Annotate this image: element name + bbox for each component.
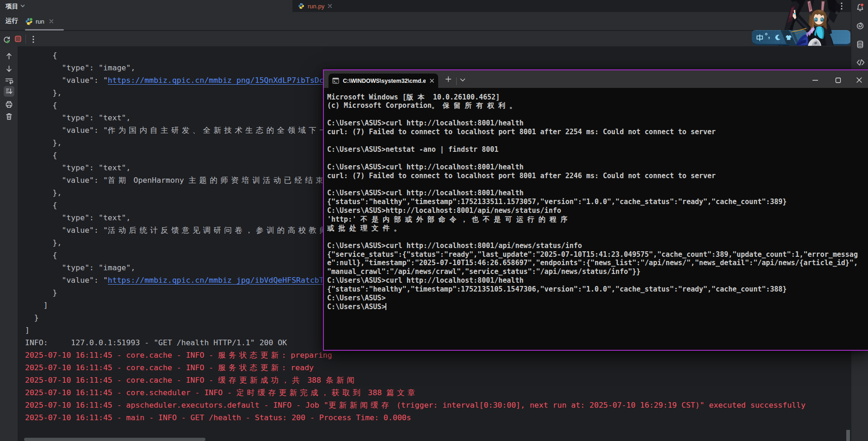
ime-punctuation-indicator[interactable]: °, <box>765 31 770 39</box>
run-tab-label: run <box>36 18 44 25</box>
stop-button[interactable] <box>15 36 21 42</box>
terminal-line <box>327 154 858 163</box>
terminal-line: C:\Users\ASUS>curl http://localhost:8001… <box>327 276 858 285</box>
scroll-down-icon[interactable] <box>5 65 13 73</box>
terminal-output: Microsoft Windows [版本 10.0.26100.4652](c… <box>327 93 858 311</box>
terminal-tab[interactable]: C:\WINDOWS\system32\cmd.e <box>329 74 438 88</box>
terminal-titlebar[interactable]: C:\WINDOWS\system32\cmd.e <box>324 70 868 88</box>
editor-tab-strip <box>292 0 851 12</box>
maximize-button[interactable] <box>835 77 841 83</box>
terminal-line: C:\Users\ASUS> <box>327 294 858 303</box>
code-brackets-icon[interactable] <box>856 58 865 67</box>
terminal-line: (c) Microsoft Corporation。保留所有权利。 <box>327 101 858 110</box>
terminal-line <box>327 110 858 119</box>
tab-dropdown-icon[interactable] <box>459 78 466 82</box>
terminal-line: C:\Users\ASUS>netstat -ano | findstr 800… <box>327 145 858 154</box>
console-line: 2025-07-10 16:11:45 - core.cache - INFO … <box>25 374 806 386</box>
new-tab-icon[interactable] <box>445 76 452 82</box>
chevron-down-icon <box>20 4 25 8</box>
console-vertical-scrollbar[interactable] <box>846 430 850 441</box>
editor-tab-run-py[interactable]: run.py <box>295 0 335 12</box>
terminal-line: "manual_crawl":"/api/news/crawl","servic… <box>327 267 858 276</box>
scroll-to-end-icon <box>5 87 13 95</box>
ime-mode-indicator-zhong[interactable] <box>756 34 763 41</box>
terminal-line: C:\Users\ASUS>http://localhost:8001/api/… <box>327 206 858 215</box>
terminal-line: C:\Users\ASUS>curl http://localhost:8001… <box>327 119 858 128</box>
console-line: 2025-07-10 16:11:45 - apscheduler.execut… <box>25 399 806 411</box>
console-line: { <box>25 49 806 62</box>
terminal-line: 或批处理文件。 <box>327 224 858 233</box>
terminal-line: Microsoft Windows [版本 10.0.26100.4652] <box>327 93 858 102</box>
python-icon <box>298 3 304 9</box>
close-tab-icon[interactable] <box>429 78 434 83</box>
terminal-line: e":null},"timestamp":"2025-07-10T15:46:2… <box>327 259 858 267</box>
console-link[interactable]: https://mmbiz.qpic.cn/mmbiz_png/15QnXdLP… <box>108 76 324 85</box>
scroll-to-end-toggle[interactable] <box>4 86 14 97</box>
minimize-button[interactable] <box>812 80 818 81</box>
database-icon[interactable] <box>856 40 864 49</box>
close-icon[interactable] <box>49 19 54 24</box>
close-window-button[interactable] <box>856 77 862 83</box>
trash-icon[interactable] <box>5 112 13 120</box>
console-link[interactable]: https://mmbiz.qpic.cn/mmbiz_jpg/ibVdQeHF… <box>108 276 324 285</box>
print-icon[interactable] <box>5 100 13 108</box>
editor-tab-label: run.py <box>308 3 324 10</box>
run-panel-tab-row <box>0 12 851 31</box>
terminal-line: C:\Users\ASUS>curl http://localhost:8001… <box>327 189 858 198</box>
close-icon[interactable] <box>328 4 332 8</box>
terminal-line: {"status":"healthy","timestamp":17521335… <box>327 198 858 206</box>
console-line: 2025-07-10 16:11:45 - main - INFO - GET … <box>25 411 806 424</box>
run-panel-toolbar <box>0 31 851 46</box>
project-widget[interactable]: 项目 <box>6 2 19 11</box>
console-horizontal-scrollbar[interactable] <box>24 438 205 441</box>
cmd-icon <box>332 77 339 84</box>
rerun-button[interactable] <box>3 36 11 43</box>
active-tab-underline <box>25 29 64 31</box>
anime-character-amiya <box>774 0 846 46</box>
terminal-line: C:\Users\ASUS>curl http://localhost:8001… <box>327 242 858 250</box>
terminal-line: C:\Users\ASUS> <box>327 303 858 311</box>
terminal-line <box>327 137 858 145</box>
notifications-bell-icon[interactable] <box>856 3 864 12</box>
terminal-line: 'http:' 不是内部或外部命令，也不是可运行的程序 <box>327 215 858 224</box>
terminal-line: {"service_status":{"status":"ready","las… <box>327 250 858 259</box>
toolbar-separator <box>25 35 26 43</box>
terminal-line: {"status":"healthy","timestamp":17521351… <box>327 285 858 294</box>
console-line: 2025-07-10 16:11:45 - core.cache - INFO … <box>25 361 806 374</box>
terminal-line <box>327 233 858 242</box>
terminal-tab-title: C:\WINDOWS\system32\cmd.e <box>343 78 426 84</box>
terminal-line: C:\Users\ASUS>curl http://localhost:8001… <box>327 163 858 172</box>
scroll-up-icon[interactable] <box>5 52 13 60</box>
run-config-tab[interactable]: run <box>25 13 54 30</box>
console-line: 2025-07-10 16:11:45 - core.scheduler - I… <box>25 386 806 399</box>
python-run-icon <box>25 18 33 25</box>
console-line: 2025-07-10 16:11:45 - core.cache - INFO … <box>25 349 806 361</box>
soft-wrap-icon[interactable] <box>5 77 13 85</box>
more-options-icon[interactable] <box>31 35 36 43</box>
notification-dot <box>861 3 864 6</box>
terminal-cursor <box>385 303 386 310</box>
ai-assistant-icon[interactable] <box>856 22 864 30</box>
terminal-tab-separator <box>456 77 457 85</box>
terminal-line: curl: (7) Failed to connect to localhost… <box>327 172 858 180</box>
terminal-line <box>327 180 858 189</box>
terminal-window[interactable]: C:\WINDOWS\system32\cmd.e Microsoft Wind… <box>323 69 868 351</box>
terminal-line: curl: (7) Failed to connect to localhost… <box>327 128 858 137</box>
run-toolwindow-title: 运行 <box>6 17 19 25</box>
